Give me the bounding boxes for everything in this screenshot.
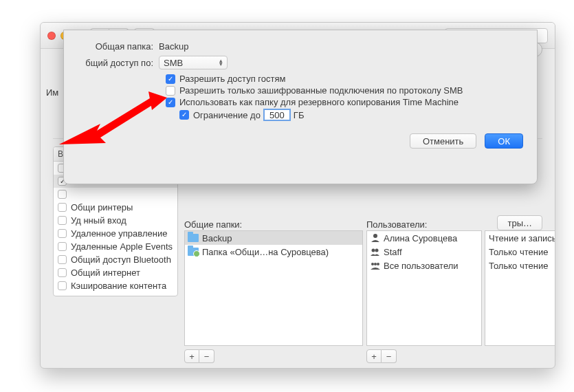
time-machine-checkbox[interactable] [166, 98, 175, 107]
permission-label: Только чтение [489, 261, 548, 271]
user-row[interactable]: Staff [367, 245, 481, 259]
add-folder-button[interactable]: + [184, 349, 199, 363]
service-checkbox[interactable] [58, 229, 67, 238]
service-checkbox[interactable] [58, 255, 67, 264]
size-limit-prefix: Ограничение до [193, 110, 261, 120]
computer-name-label: Им [46, 87, 58, 98]
svg-point-14 [371, 263, 374, 265]
service-row[interactable]: Общи ринтеры [54, 201, 177, 214]
service-checkbox[interactable] [58, 281, 67, 290]
svg-point-12 [372, 248, 375, 252]
user-label: Все пользователи [384, 261, 459, 271]
users-header: Пользователи: [366, 219, 427, 230]
protocol-value: SMB [164, 58, 183, 68]
permission-label: Только чтение [489, 247, 548, 257]
time-machine-label: Использовать как папку для резервного ко… [179, 97, 459, 107]
shared-folders-list[interactable]: BackupПапка «Общи…на Суровцева) [184, 230, 363, 346]
folder-label: Backup [202, 233, 232, 243]
folder-icon [188, 234, 199, 242]
service-label: Общи ринтеры [71, 202, 133, 213]
folders-add-remove: + − [184, 349, 214, 363]
user-row[interactable]: Алина Суровцева [367, 231, 481, 245]
service-row[interactable]: Общий интернет [54, 266, 177, 279]
ok-button[interactable]: ОК [485, 133, 523, 149]
user-icon [370, 248, 380, 257]
user-label: Staff [384, 247, 402, 257]
user-icon [370, 234, 380, 243]
add-user-button[interactable]: + [366, 349, 382, 363]
folder-label: Папка «Общи…на Суровцева) [202, 247, 329, 257]
service-label: Общий доступ Bluetooth [71, 254, 171, 265]
service-row[interactable]: Удаленное управление [54, 227, 177, 240]
folder-options-dialog: Общая папка: Backup бщий доступ по: SMB … [63, 30, 538, 184]
svg-point-15 [374, 263, 377, 265]
remove-folder-button[interactable]: − [199, 349, 214, 363]
service-label: Удаленные Apple Events [71, 241, 173, 252]
service-checkbox[interactable] [58, 190, 67, 199]
user-label: Алина Суровцева [384, 233, 457, 243]
permissions-list[interactable]: Чтение и запись▴▾Только чтение▴▾Только ч… [485, 230, 555, 346]
allow-guests-checkbox[interactable] [166, 74, 175, 84]
size-limit-unit: ГБ [294, 110, 305, 120]
service-checkbox[interactable] [58, 203, 67, 212]
service-row[interactable]: Кэширование контента [54, 279, 177, 292]
chevron-updown-icon: ▴▾ [219, 59, 223, 66]
service-label: Кэширование контента [71, 281, 166, 291]
access-via-label: бщий доступ по: [78, 58, 159, 68]
encrypted-smb-label: Разрешить только зашифрованные подключен… [179, 85, 463, 96]
service-checkbox[interactable] [58, 242, 67, 251]
folder-row[interactable]: Папка «Общи…на Суровцева) [185, 245, 362, 259]
users-add-remove: + − [366, 349, 397, 363]
encrypted-smb-checkbox[interactable] [166, 86, 175, 96]
shared-folder-value: Backup [159, 41, 188, 52]
service-label: Общий интернет [71, 268, 140, 278]
folders-header: Общие папки: [184, 219, 242, 230]
permission-row[interactable]: Только чтение▴▾ [485, 259, 555, 272]
user-icon [370, 261, 380, 270]
service-label: Уд нный вход [71, 215, 126, 226]
size-limit-checkbox[interactable] [179, 110, 189, 120]
service-checkbox[interactable] [58, 268, 67, 277]
service-label: Удаленное управление [71, 228, 167, 239]
service-row[interactable]: Удаленные Apple Events [54, 240, 177, 253]
size-limit-input[interactable] [263, 109, 291, 121]
allow-guests-label: Разрешить доступ гостям [179, 74, 285, 84]
permission-row[interactable]: Только чтение▴▾ [485, 245, 555, 259]
svg-point-11 [373, 234, 377, 238]
folder-row[interactable]: Backup [185, 231, 362, 245]
permission-label: Чтение и запись [489, 233, 555, 243]
users-list[interactable]: Алина СуровцеваStaffВсе пользователи [366, 230, 482, 346]
close-icon[interactable] [47, 32, 56, 40]
protocol-select[interactable]: SMB ▴▾ [159, 56, 228, 69]
service-row[interactable] [54, 188, 177, 201]
svg-point-16 [377, 263, 379, 265]
cancel-button[interactable]: Отменить [410, 133, 476, 149]
shared-folder-label: Общая папка: [78, 41, 159, 52]
folder-icon [188, 248, 199, 256]
service-checkbox[interactable] [58, 216, 67, 225]
options-button[interactable]: тры… [497, 215, 542, 230]
service-row[interactable]: Общий доступ Bluetooth [54, 253, 177, 266]
user-row[interactable]: Все пользователи [367, 259, 481, 272]
remove-user-button[interactable]: − [382, 349, 397, 363]
permission-row[interactable]: Чтение и запись▴▾ [485, 231, 555, 245]
service-row[interactable]: Уд нный вход [54, 214, 177, 227]
svg-point-13 [375, 248, 379, 252]
